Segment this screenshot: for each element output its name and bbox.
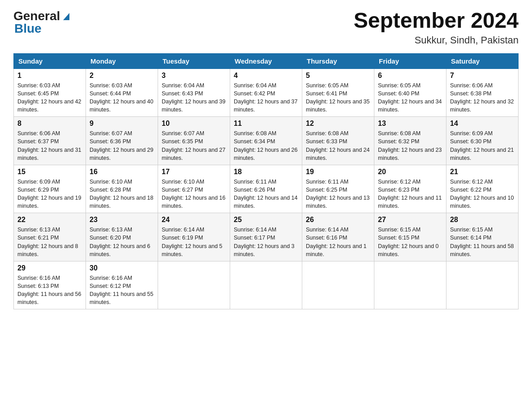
table-row: 12Sunrise: 6:08 AMSunset: 6:33 PMDayligh… — [302, 117, 374, 165]
day-number: 12 — [306, 120, 370, 128]
day-number: 7 — [450, 72, 515, 80]
day-info: Sunrise: 6:05 AMSunset: 6:41 PMDaylight:… — [306, 81, 370, 114]
logo-triangle-icon — [61, 11, 71, 23]
table-row: 9Sunrise: 6:07 AMSunset: 6:36 PMDaylight… — [86, 117, 158, 165]
header-tuesday: Tuesday — [158, 53, 230, 68]
calendar-week-row: 1Sunrise: 6:03 AMSunset: 6:45 PMDaylight… — [14, 68, 519, 117]
table-row: 2Sunrise: 6:03 AMSunset: 6:44 PMDaylight… — [86, 68, 158, 117]
table-row: 7Sunrise: 6:06 AMSunset: 6:38 PMDaylight… — [446, 68, 519, 117]
day-info: Sunrise: 6:16 AMSunset: 6:13 PMDaylight:… — [17, 274, 82, 307]
day-number: 9 — [90, 120, 154, 128]
day-number: 5 — [306, 72, 370, 80]
table-row: 3Sunrise: 6:04 AMSunset: 6:43 PMDaylight… — [158, 68, 230, 117]
table-row: 28Sunrise: 6:15 AMSunset: 6:14 PMDayligh… — [446, 213, 519, 261]
day-number: 11 — [234, 120, 298, 128]
header-wednesday: Wednesday — [230, 53, 302, 68]
header-saturday: Saturday — [446, 53, 519, 68]
table-row: 18Sunrise: 6:11 AMSunset: 6:26 PMDayligh… — [230, 165, 302, 213]
day-number: 3 — [162, 72, 226, 80]
table-row: 17Sunrise: 6:10 AMSunset: 6:27 PMDayligh… — [158, 165, 230, 213]
calendar-week-row: 15Sunrise: 6:09 AMSunset: 6:29 PMDayligh… — [14, 165, 519, 213]
header-monday: Monday — [86, 53, 158, 68]
logo: General Blue — [13, 9, 71, 36]
day-number: 8 — [17, 120, 82, 128]
table-row: 22Sunrise: 6:13 AMSunset: 6:21 PMDayligh… — [14, 213, 86, 261]
header-sunday: Sunday — [14, 53, 86, 68]
table-row: 29Sunrise: 6:16 AMSunset: 6:13 PMDayligh… — [14, 261, 86, 309]
day-info: Sunrise: 6:16 AMSunset: 6:12 PMDaylight:… — [90, 274, 154, 307]
table-row: 8Sunrise: 6:06 AMSunset: 6:37 PMDaylight… — [14, 117, 86, 165]
table-row: 1Sunrise: 6:03 AMSunset: 6:45 PMDaylight… — [14, 68, 86, 117]
calendar-week-row: 29Sunrise: 6:16 AMSunset: 6:13 PMDayligh… — [14, 261, 519, 309]
table-row: 6Sunrise: 6:05 AMSunset: 6:40 PMDaylight… — [374, 68, 446, 117]
day-info: Sunrise: 6:08 AMSunset: 6:32 PMDaylight:… — [378, 129, 442, 162]
table-row: 14Sunrise: 6:09 AMSunset: 6:30 PMDayligh… — [446, 117, 519, 165]
table-row: 30Sunrise: 6:16 AMSunset: 6:12 PMDayligh… — [86, 261, 158, 309]
table-row — [230, 261, 302, 309]
table-row: 10Sunrise: 6:07 AMSunset: 6:35 PMDayligh… — [158, 117, 230, 165]
table-row: 11Sunrise: 6:08 AMSunset: 6:34 PMDayligh… — [230, 117, 302, 165]
header-friday: Friday — [374, 53, 446, 68]
day-info: Sunrise: 6:10 AMSunset: 6:28 PMDaylight:… — [90, 178, 154, 210]
day-info: Sunrise: 6:09 AMSunset: 6:30 PMDaylight:… — [450, 129, 515, 162]
day-info: Sunrise: 6:06 AMSunset: 6:38 PMDaylight:… — [450, 81, 515, 114]
table-row: 23Sunrise: 6:13 AMSunset: 6:20 PMDayligh… — [86, 213, 158, 261]
day-number: 14 — [450, 120, 515, 128]
day-number: 25 — [234, 216, 298, 224]
day-info: Sunrise: 6:13 AMSunset: 6:20 PMDaylight:… — [90, 226, 154, 258]
day-number: 19 — [306, 168, 370, 176]
day-number: 1 — [17, 72, 82, 80]
table-row: 20Sunrise: 6:12 AMSunset: 6:23 PMDayligh… — [374, 165, 446, 213]
day-number: 29 — [17, 264, 82, 272]
table-row: 13Sunrise: 6:08 AMSunset: 6:32 PMDayligh… — [374, 117, 446, 165]
day-number: 4 — [234, 72, 298, 80]
table-row: 27Sunrise: 6:15 AMSunset: 6:15 PMDayligh… — [374, 213, 446, 261]
calendar-week-row: 8Sunrise: 6:06 AMSunset: 6:37 PMDaylight… — [14, 117, 519, 165]
calendar-month-year: September 2024 — [354, 9, 519, 33]
table-row: 21Sunrise: 6:12 AMSunset: 6:22 PMDayligh… — [446, 165, 519, 213]
header-thursday: Thursday — [302, 53, 374, 68]
day-number: 26 — [306, 216, 370, 224]
day-info: Sunrise: 6:04 AMSunset: 6:42 PMDaylight:… — [234, 81, 298, 114]
table-row: 5Sunrise: 6:05 AMSunset: 6:41 PMDaylight… — [302, 68, 374, 117]
day-info: Sunrise: 6:10 AMSunset: 6:27 PMDaylight:… — [162, 178, 226, 210]
calendar-table: Sunday Monday Tuesday Wednesday Thursday… — [13, 53, 519, 310]
calendar-location: Sukkur, Sindh, Pakistan — [354, 34, 519, 46]
calendar-header-row: Sunday Monday Tuesday Wednesday Thursday… — [14, 53, 519, 68]
day-info: Sunrise: 6:07 AMSunset: 6:35 PMDaylight:… — [162, 129, 226, 162]
logo-blue-text: Blue — [14, 21, 42, 36]
day-number: 20 — [378, 168, 442, 176]
day-number: 13 — [378, 120, 442, 128]
day-info: Sunrise: 6:06 AMSunset: 6:37 PMDaylight:… — [17, 129, 82, 162]
day-number: 30 — [90, 264, 154, 272]
day-info: Sunrise: 6:12 AMSunset: 6:22 PMDaylight:… — [450, 178, 515, 210]
table-row: 26Sunrise: 6:14 AMSunset: 6:16 PMDayligh… — [302, 213, 374, 261]
day-info: Sunrise: 6:13 AMSunset: 6:21 PMDaylight:… — [17, 226, 82, 258]
day-number: 28 — [450, 216, 515, 224]
table-row: 4Sunrise: 6:04 AMSunset: 6:42 PMDaylight… — [230, 68, 302, 117]
table-row — [374, 261, 446, 309]
calendar-title-block: September 2024 Sukkur, Sindh, Pakistan — [354, 9, 519, 46]
table-row: 24Sunrise: 6:14 AMSunset: 6:19 PMDayligh… — [158, 213, 230, 261]
day-info: Sunrise: 6:11 AMSunset: 6:26 PMDaylight:… — [234, 178, 298, 210]
day-info: Sunrise: 6:08 AMSunset: 6:34 PMDaylight:… — [234, 129, 298, 162]
day-number: 22 — [17, 216, 82, 224]
day-number: 17 — [162, 168, 226, 176]
day-number: 10 — [162, 120, 226, 128]
day-number: 23 — [90, 216, 154, 224]
day-info: Sunrise: 6:05 AMSunset: 6:40 PMDaylight:… — [378, 81, 442, 114]
table-row: 25Sunrise: 6:14 AMSunset: 6:17 PMDayligh… — [230, 213, 302, 261]
day-number: 18 — [234, 168, 298, 176]
day-info: Sunrise: 6:14 AMSunset: 6:17 PMDaylight:… — [234, 226, 298, 258]
day-number: 27 — [378, 216, 442, 224]
day-info: Sunrise: 6:14 AMSunset: 6:16 PMDaylight:… — [306, 226, 370, 258]
page-header: General Blue September 2024 Sukkur, Sind… — [13, 9, 519, 46]
day-info: Sunrise: 6:12 AMSunset: 6:23 PMDaylight:… — [378, 178, 442, 210]
day-info: Sunrise: 6:03 AMSunset: 6:44 PMDaylight:… — [90, 81, 154, 114]
day-info: Sunrise: 6:14 AMSunset: 6:19 PMDaylight:… — [162, 226, 226, 258]
day-info: Sunrise: 6:11 AMSunset: 6:25 PMDaylight:… — [306, 178, 370, 210]
day-info: Sunrise: 6:08 AMSunset: 6:33 PMDaylight:… — [306, 129, 370, 162]
table-row — [302, 261, 374, 309]
day-info: Sunrise: 6:15 AMSunset: 6:14 PMDaylight:… — [450, 226, 515, 258]
table-row — [158, 261, 230, 309]
